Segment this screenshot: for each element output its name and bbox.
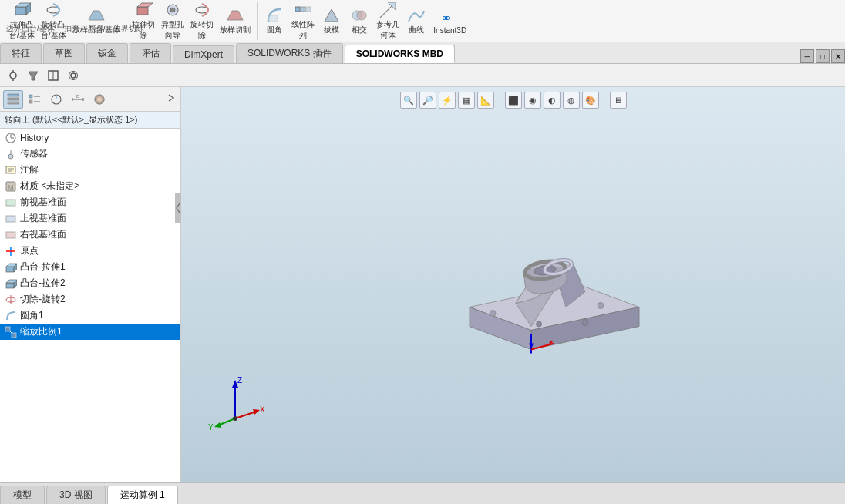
tree-item-top-plane[interactable]: 上视基准面 — [0, 210, 180, 227]
vp-hide-btn[interactable]: ◐ — [544, 92, 561, 109]
history-icon — [5, 132, 17, 144]
settings-btn[interactable] — [65, 67, 82, 84]
dim-expert-btn[interactable]: D — [68, 90, 88, 109]
curves-btn[interactable]: 曲线 — [402, 5, 430, 37]
vp-zoom-btn[interactable]: 🔎 — [419, 92, 436, 109]
vp-view-btn[interactable]: ◉ — [524, 92, 541, 109]
fillet-btn[interactable]: 圆角 — [261, 5, 288, 37]
tab-evaluate[interactable]: 评估 — [130, 43, 171, 63]
tree-item-origin[interactable]: 原点 — [0, 243, 180, 259]
tree-item-annotations[interactable]: 注解 — [0, 162, 180, 178]
minimize-btn[interactable]: ─ — [800, 49, 814, 63]
vp-filter-btn[interactable]: ⚡ — [439, 92, 456, 109]
render-btn[interactable] — [89, 90, 109, 109]
svg-marker-15 — [325, 9, 338, 22]
intersect-btn[interactable]: 相交 — [345, 5, 373, 37]
restore-btn[interactable]: □ — [816, 49, 830, 63]
property-manager-btn[interactable] — [25, 90, 45, 109]
hole-wizard-label: 异型孔向导 — [161, 19, 184, 41]
tree-item-cut-revolve[interactable]: 切除-旋转2 — [0, 291, 180, 307]
display-btn[interactable] — [45, 67, 62, 84]
svg-rect-0 — [15, 7, 26, 15]
ref-geometry-btn[interactable]: 参考几何体 — [373, 0, 402, 42]
instant3d-btn[interactable]: 3D Instant3D — [430, 6, 470, 36]
svg-marker-4 — [89, 11, 104, 20]
vp-select-btn[interactable]: ▦ — [458, 92, 475, 109]
hole-wizard-icon — [163, 1, 182, 19]
sensor-icon — [5, 148, 17, 160]
tree-item-fillet1[interactable]: 圆角1 — [0, 307, 180, 324]
tree-item-sensors[interactable]: 传感器 — [0, 146, 180, 162]
svg-rect-49 — [6, 166, 15, 173]
svg-marker-10 — [227, 11, 243, 20]
tree-item-boss-extrude2[interactable]: 凸台-拉伸2 — [0, 275, 180, 291]
vp-monitor-btn[interactable]: 🖥 — [610, 92, 627, 109]
boss-extrude-btn[interactable]: 拉伸凸台/基体 — [6, 0, 38, 42]
svg-rect-34 — [29, 100, 32, 103]
viewport-area[interactable]: 🔍 🔎 ⚡ ▦ 📐 ⬛ ◉ ◐ ◍ 🎨 🖥 — [181, 87, 845, 482]
tab-sketch[interactable]: 草图 — [43, 43, 85, 63]
draft-btn[interactable]: 拔模 — [318, 5, 345, 37]
svg-marker-6 — [137, 3, 153, 7]
tab-dimxpert[interactable]: DimXpert — [173, 45, 234, 63]
bottom-tab-motion[interactable]: 运动算例 1 — [107, 486, 178, 504]
view-options-btn[interactable] — [5, 67, 22, 84]
vp-color-btn[interactable]: 🎨 — [582, 92, 599, 109]
svg-rect-14 — [306, 7, 311, 12]
linear-pattern-icon — [294, 1, 312, 19]
tree-item-history[interactable]: History — [0, 130, 180, 146]
tree-label-scale1: 缩放比例1 — [20, 325, 62, 338]
3d-viewport[interactable]: 🔍 🔎 ⚡ ▦ 📐 ⬛ ◉ ◐ ◍ 🎨 🖥 — [181, 87, 845, 482]
cut-extrude-btn[interactable]: 拉伸切除 — [129, 0, 158, 42]
tree-item-scale1[interactable]: 缩放比例1 — [0, 324, 180, 340]
revolve-btn[interactable]: 旋转凸台/基体 — [38, 0, 69, 42]
vp-section-btn[interactable]: ◍ — [563, 92, 580, 109]
close-btn[interactable]: ✕ — [831, 49, 845, 63]
annotation-icon — [5, 164, 17, 176]
vp-sep — [497, 92, 503, 109]
svg-rect-32 — [29, 95, 32, 98]
svg-text:X: X — [260, 405, 265, 414]
vp-search-btn[interactable]: 🔍 — [400, 92, 417, 109]
svg-point-3 — [47, 7, 59, 13]
tab-sheetmetal[interactable]: 钣金 — [86, 43, 128, 63]
hole-wizard-btn[interactable]: 异型孔向导 — [158, 0, 187, 42]
tree-item-right-plane[interactable]: 右视基准面 — [0, 227, 180, 243]
panel-collapse-handle[interactable] — [175, 193, 181, 223]
filter-btn[interactable] — [25, 67, 42, 84]
loft-cut-icon — [226, 6, 244, 25]
main-toolbar: 拉伸凸台/基体 旋转凸台/基体 放样凸台/基体 拉伸切除 异型孔向导 — [0, 0, 845, 42]
tree-item-boss-extrude1[interactable]: 凸台-拉伸1 — [0, 259, 180, 275]
tree-item-front-plane[interactable]: 前视基准面 — [0, 194, 180, 210]
fillet-label: 圆角 — [267, 25, 282, 35]
vp-measure-btn[interactable]: 📐 — [477, 92, 494, 109]
feature-tree: History 传感器 注解 M 材质 <未指定> — [0, 129, 180, 482]
feature-manager-btn[interactable] — [3, 90, 23, 109]
linear-pattern-btn[interactable]: 线性阵列 — [288, 0, 318, 42]
svg-point-98 — [233, 416, 237, 421]
revolve-cut-btn[interactable]: 旋转切除 — [187, 0, 217, 42]
tree-item-material[interactable]: M 材质 <未指定> — [0, 178, 180, 194]
scale1-icon — [5, 326, 17, 338]
revolve-icon — [44, 1, 62, 19]
origin-icon — [5, 245, 17, 257]
svg-rect-12 — [295, 7, 300, 12]
bottom-tab-3dview[interactable]: 3D 视图 — [46, 486, 106, 504]
window-controls: ─ □ ✕ — [800, 49, 845, 63]
tab-sw-plugins[interactable]: SOLIDWORKS 插件 — [236, 43, 343, 63]
bottom-tab-model[interactable]: 模型 — [0, 486, 45, 504]
coordinate-axes: Z X Y — [204, 372, 266, 436]
svg-point-8 — [170, 8, 175, 12]
tab-sw-mbd[interactable]: SOLIDWORKS MBD — [345, 45, 455, 63]
svg-point-28 — [69, 71, 78, 79]
loft-icon — [87, 6, 106, 25]
vp-display-btn[interactable]: ⬛ — [505, 92, 522, 109]
loft-cut-btn[interactable]: 放样切割 — [217, 5, 254, 37]
tab-features[interactable]: 特征 — [0, 43, 42, 63]
svg-point-82 — [598, 302, 604, 308]
expand-panel-btn[interactable] — [165, 92, 177, 106]
tree-label-history: History — [20, 133, 49, 143]
svg-rect-56 — [6, 232, 15, 238]
svg-text:Y: Y — [208, 423, 214, 432]
config-manager-btn[interactable] — [46, 90, 66, 109]
